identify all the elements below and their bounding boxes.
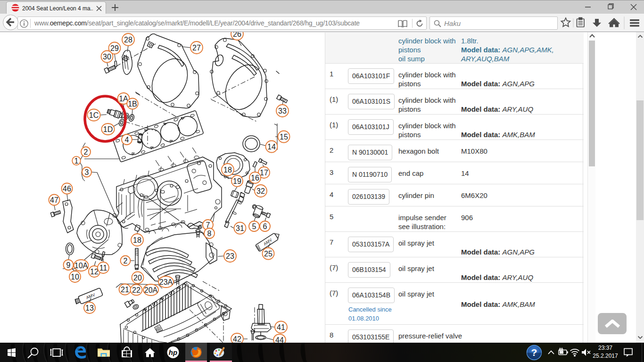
svg-text:9: 9 (66, 261, 71, 269)
svg-text:1A: 1A (119, 95, 128, 103)
svg-text:23: 23 (226, 252, 234, 260)
svg-text:41: 41 (277, 323, 285, 331)
svg-text:13: 13 (85, 304, 94, 312)
svg-text:25: 25 (264, 250, 272, 258)
svg-text:33: 33 (278, 107, 287, 115)
svg-text:18: 18 (223, 166, 232, 174)
svg-text:?: ? (531, 347, 537, 358)
svg-text:18: 18 (133, 236, 141, 244)
svg-text:3: 3 (85, 168, 89, 176)
svg-text:10A: 10A (74, 262, 88, 270)
svg-text:44: 44 (275, 336, 284, 343)
svg-text:21: 21 (121, 286, 129, 294)
svg-text:30: 30 (103, 53, 111, 61)
svg-text:19: 19 (233, 177, 241, 185)
svg-text:42: 42 (233, 335, 241, 343)
svg-text:6: 6 (263, 222, 267, 230)
svg-text:46: 46 (63, 185, 71, 193)
svg-text:16: 16 (251, 174, 259, 182)
svg-text:AMV: AMV (263, 238, 273, 247)
svg-text:2: 2 (124, 257, 128, 265)
svg-text:1B: 1B (128, 100, 137, 108)
svg-text:32: 32 (256, 187, 265, 195)
svg-text:29: 29 (110, 44, 119, 52)
svg-text:5: 5 (252, 222, 256, 230)
svg-text:26: 26 (233, 32, 241, 38)
svg-text:1: 1 (74, 157, 79, 165)
svg-text:27: 27 (192, 44, 201, 52)
svg-text:4: 4 (125, 136, 129, 144)
svg-text:20: 20 (133, 274, 142, 282)
svg-text:15: 15 (280, 133, 288, 141)
svg-text:22: 22 (132, 286, 140, 294)
svg-text:7: 7 (206, 221, 210, 229)
svg-text:8: 8 (207, 230, 212, 238)
svg-text:31: 31 (236, 224, 244, 232)
svg-text:14: 14 (267, 143, 276, 151)
svg-text:2: 2 (84, 148, 88, 156)
svg-text:20A: 20A (144, 286, 158, 294)
svg-text:23A: 23A (159, 278, 173, 286)
svg-text:28: 28 (124, 36, 132, 44)
svg-text:10: 10 (71, 273, 79, 281)
svg-text:17: 17 (260, 169, 268, 177)
svg-text:hp: hp (169, 348, 177, 356)
svg-text:11: 11 (99, 264, 107, 272)
svg-text:1D: 1D (103, 125, 113, 133)
svg-text:47: 47 (50, 196, 58, 204)
svg-text:1C: 1C (89, 111, 99, 119)
